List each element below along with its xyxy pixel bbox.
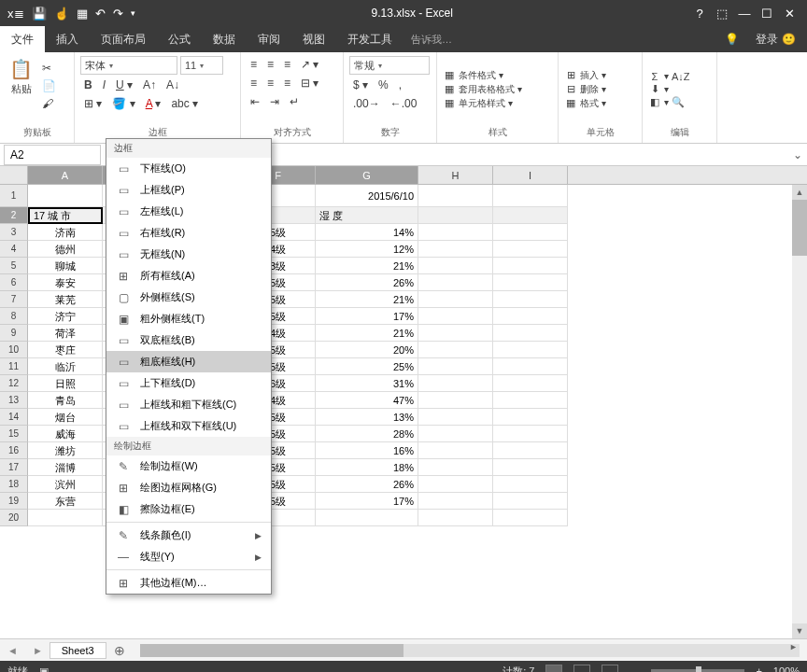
cell-styles-button[interactable]: ▦单元格样式 ▾ [443,97,552,110]
cell[interactable] [493,291,568,308]
row-header[interactable]: 5 [0,258,28,274]
scroll-thumb[interactable] [792,200,807,256]
combine-icon[interactable]: ▦ [77,7,88,21]
row-header[interactable]: 10 [0,342,28,358]
row-header[interactable]: 14 [0,409,28,426]
cell[interactable]: 14% [316,224,418,241]
cell[interactable] [493,274,568,291]
border-menu-item[interactable]: —线型(Y)▶ [106,546,271,567]
col-header-h[interactable]: H [418,166,493,184]
border-menu-item[interactable]: ▭上框线和双下框线(U) [106,415,271,437]
cell[interactable]: 泰安 [28,274,103,291]
cell[interactable]: 25% [316,358,418,375]
fill-button[interactable]: ⬇▾ [648,83,711,95]
cell[interactable] [28,510,103,526]
zoom-in-button[interactable]: + [756,665,761,672]
border-menu-item[interactable]: ▭上下框线(D) [106,372,271,394]
cell[interactable]: 烟台 [28,409,103,426]
cell[interactable] [418,325,493,342]
row-header[interactable]: 2 [0,207,28,224]
macro-record-icon[interactable]: ▣ [39,665,49,673]
cell[interactable]: 17% [316,493,418,510]
row-header[interactable]: 6 [0,274,28,291]
sheet-tab[interactable]: Sheet3 [50,642,106,659]
tab-developer[interactable]: 开发工具 [336,26,404,52]
cell[interactable] [493,207,568,224]
orientation-button[interactable]: ↗ ▾ [297,56,322,73]
accounting-format-button[interactable]: $ ▾ [349,77,372,93]
cell[interactable]: 21% [316,258,418,274]
scroll-up-icon[interactable]: ▲ [792,185,807,200]
cell[interactable] [418,409,493,426]
border-menu-item[interactable]: ⊞绘图边框网格(G) [106,477,271,498]
border-menu-item[interactable]: ▭下框线(O) [106,158,271,179]
horizontal-scrollbar[interactable]: ◄ ► [140,644,800,657]
align-bottom-button[interactable]: ≡ [280,56,294,73]
border-menu-item[interactable]: ▢外侧框线(S) [106,287,271,308]
cell[interactable] [418,241,493,258]
border-menu-item[interactable]: ✎线条颜色(I)▶ [106,525,271,546]
zoom-out-button[interactable]: — [630,665,640,672]
tell-me-input[interactable]: 告诉我… [404,33,460,47]
border-menu-item[interactable]: ⊞其他边框(M)… [106,572,271,594]
decrease-indent-button[interactable]: ⇤ [247,93,263,110]
normal-view-button[interactable] [545,665,562,672]
border-button[interactable]: ⊞ ▾ [80,95,106,112]
page-break-view-button[interactable] [602,665,618,672]
align-left-button[interactable]: ≡ [247,75,261,91]
cell[interactable]: 日照 [28,375,103,392]
font-name-combo[interactable]: 宋体▾ [80,56,177,75]
cell[interactable] [493,325,568,342]
align-top-button[interactable]: ≡ [247,56,261,73]
bold-button[interactable]: B [80,77,96,93]
percent-button[interactable]: % [375,77,392,93]
cell[interactable] [418,185,493,207]
tab-formulas[interactable]: 公式 [157,26,202,52]
row-header[interactable]: 8 [0,308,28,325]
cell[interactable]: 青岛 [28,392,103,409]
cell[interactable] [493,476,568,493]
redo-icon[interactable]: ↷ [113,7,123,21]
merge-button[interactable]: ⊟ ▾ [297,75,322,91]
tab-data[interactable]: 数据 [202,26,247,52]
sheet-nav-prev-icon[interactable]: ◄ [0,645,25,656]
cell[interactable]: 31% [316,375,418,392]
cell[interactable] [493,392,568,409]
row-header[interactable]: 7 [0,291,28,308]
cell[interactable]: 荷泽 [28,325,103,342]
border-menu-item[interactable]: ✎绘制边框(W) [106,455,271,477]
cell[interactable] [28,185,103,207]
hscroll-right-icon[interactable]: ► [789,642,798,651]
cell[interactable] [493,185,568,207]
tab-insert[interactable]: 插入 [45,26,90,52]
border-menu-item[interactable]: ▭粗底框线(H) [106,351,271,372]
align-right-button[interactable]: ≡ [280,75,294,91]
close-icon[interactable]: ✕ [781,7,798,21]
cell[interactable] [493,258,568,274]
cell[interactable] [493,358,568,375]
cell[interactable] [418,493,493,510]
cell[interactable] [418,342,493,358]
font-color-button[interactable]: A ▾ [142,95,165,112]
qat-more-icon[interactable]: ▾ [131,8,135,18]
wrap-text-button[interactable]: ↵ [286,93,303,110]
cell[interactable]: 28% [316,426,418,442]
cell[interactable] [418,224,493,241]
grow-font-button[interactable]: A↑ [139,77,160,93]
cell[interactable]: 东营 [28,493,103,510]
border-menu-item[interactable]: ▭右框线(R) [106,222,271,244]
cell[interactable]: 淄博 [28,459,103,476]
cut-button[interactable]: ✂ [38,60,60,77]
cell[interactable] [418,476,493,493]
cell[interactable] [418,207,493,224]
cell[interactable]: 13% [316,409,418,426]
cell[interactable] [418,258,493,274]
add-sheet-button[interactable]: ⊕ [106,643,133,658]
cell[interactable] [418,392,493,409]
border-menu-item[interactable]: ◧擦除边框(E) [106,498,271,520]
format-cells-button[interactable]: ▦格式 ▾ [564,97,636,110]
active-cell[interactable]: 17 城 市 [28,207,103,224]
cell[interactable] [493,241,568,258]
cell[interactable]: 枣庄 [28,342,103,358]
format-as-table-button[interactable]: ▦套用表格格式 ▾ [443,83,552,96]
